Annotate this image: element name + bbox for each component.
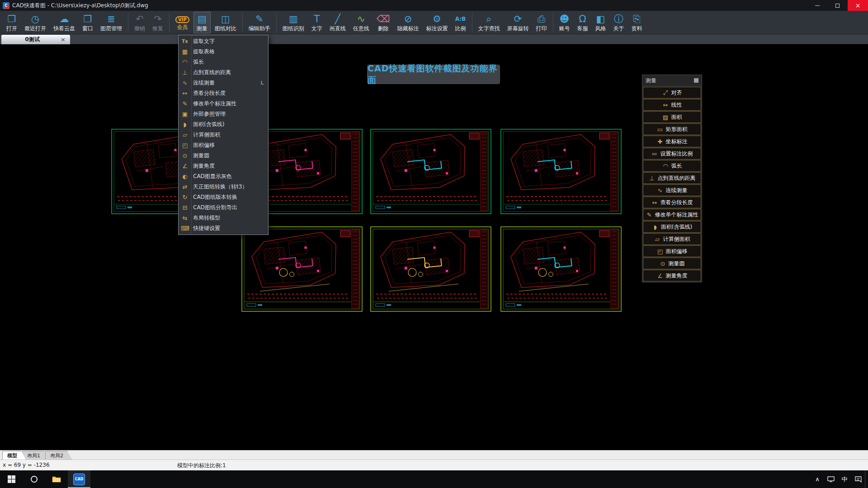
menu-item-arc-length[interactable]: ◠弧长 [179, 57, 268, 67]
toolbar-button-about[interactable]: ⓘ关于 [610, 12, 627, 33]
toolbar-button-free-line[interactable]: ∿任意线 [350, 12, 373, 33]
annotation-settings-icon: ⚙ [433, 13, 441, 25]
menu-item-shortcut-settings[interactable]: ⌨快捷键设置 [179, 223, 268, 234]
toolbar-button-material[interactable]: ⎘资料 [628, 12, 646, 33]
toolbar-button-open[interactable]: ❐打开 [3, 12, 20, 33]
menu-item-continuous-measure[interactable]: ∿连续测量L [179, 78, 268, 88]
cad-drawing-3[interactable] [370, 128, 492, 215]
menu-item-extract-table[interactable]: ▦提取表格 [179, 47, 268, 57]
panel-item-point-to-line-distance[interactable]: ⊥点到直线的距离 [643, 172, 701, 184]
side-panel-collapse-button[interactable] [694, 78, 698, 83]
panel-item-align[interactable]: ⤢对齐 [643, 87, 701, 99]
screen-rotate-icon: ⟳ [514, 13, 522, 25]
sheet-tab-layout2[interactable]: 布局2 [45, 451, 72, 460]
arc-length-icon: ◠ [662, 163, 669, 169]
menu-item-cad-gray-display[interactable]: ◐CAD图显示灰色 [179, 171, 268, 182]
panel-item-continuous-measure[interactable]: ∿连续测量 [643, 184, 701, 196]
menu-item-measure-angle[interactable]: ∠测量角度 [179, 161, 268, 171]
panel-item-label: 测量圆 [669, 260, 685, 267]
redo-icon: ↷ [154, 13, 162, 25]
search-button[interactable] [23, 470, 45, 488]
menu-item-area-offset[interactable]: ◰面积偏移 [179, 140, 268, 150]
menu-item-tianzheng-convert[interactable]: ⇄天正图纸转换（转t3） [179, 182, 268, 192]
toolbar-button-text[interactable]: T文字 [308, 12, 326, 33]
toolbar-button-redo[interactable]: ↷恢复 [149, 12, 166, 33]
toolbar-button-cloud-disk[interactable]: ☁快看云盘 [50, 12, 78, 33]
external-reference-manager-icon: ▣ [181, 111, 189, 117]
toolbar-button-annotation-settings[interactable]: ⚙标注设置 [423, 12, 451, 33]
draw-line-icon: ╱ [335, 13, 340, 25]
panel-item-arc-length[interactable]: ◠弧长 [643, 160, 701, 172]
toolbar-button-recent-open[interactable]: ◷最近打开 [21, 12, 49, 33]
menu-item-cad-version-convert[interactable]: ↻CAD图纸版本转换 [179, 192, 268, 202]
close-button[interactable]: × [848, 0, 868, 11]
toolbar-button-window[interactable]: ❒窗口 [79, 12, 96, 33]
network-display-tray-icon[interactable] [824, 470, 838, 488]
document-tab[interactable]: 0测试 × [1, 35, 70, 44]
menu-item-area-with-arc[interactable]: ◗面积(含弧线) [179, 119, 268, 130]
cad-app-taskbar-button[interactable]: CAD [68, 470, 90, 488]
minimize-button[interactable] [807, 0, 827, 11]
cad-drawing-4[interactable] [500, 128, 622, 215]
panel-item-rect-area[interactable]: ▭矩形面积 [643, 123, 701, 135]
cad-drawing-7[interactable] [500, 226, 622, 312]
toolbar-button-style[interactable]: ◧风格 [592, 12, 609, 33]
toolbar-button-customer-service[interactable]: Ω客服 [574, 12, 591, 33]
toolbar-button-print[interactable]: ⎙打印 [533, 12, 550, 33]
status-bar: x = 69 y = -1236 模型中的标注比例:1 [0, 460, 868, 470]
toolbar-button-vip[interactable]: VIP会员 [172, 12, 193, 33]
toolbar-button-scale[interactable]: A:B比例 [452, 12, 469, 33]
show-desktop-button[interactable] [865, 470, 868, 488]
toolbar-button-screen-rotate[interactable]: ⟳屏幕旋转 [504, 12, 532, 33]
toolbar-button-measure[interactable]: ▤测量 [193, 12, 211, 33]
panel-item-area-with-arc[interactable]: ◗面积(含弧线) [643, 221, 701, 233]
menu-item-point-to-line-distance[interactable]: ⊥点到直线的距离 [179, 67, 268, 78]
area-icon: ▨ [662, 114, 669, 121]
tray-expand-button[interactable]: ∧ [811, 470, 824, 488]
file-explorer-button[interactable] [45, 470, 68, 488]
panel-item-area-offset[interactable]: ◰面积偏移 [643, 245, 701, 257]
menu-item-modify-single-annotation[interactable]: ✎修改单个标注属性 [179, 99, 268, 109]
menu-item-label: 提取表格 [193, 48, 215, 56]
toolbar-button-edit-assistant[interactable]: ✎编辑助手 [245, 12, 274, 33]
toolbar-button-drawing-compare[interactable]: ◫图纸对比 [212, 12, 240, 33]
toolbar-button-delete[interactable]: ⌫删除 [373, 12, 393, 33]
start-button[interactable] [0, 470, 23, 488]
panel-item-measure-circle[interactable]: ⊙测量圆 [643, 258, 701, 269]
panel-item-modify-single-annotation[interactable]: ✎修改单个标注属性 [643, 209, 701, 221]
menu-item-external-reference-manager[interactable]: ▣外部参照管理 [179, 109, 268, 119]
drawing-canvas[interactable]: CAD快速看图软件截图及功能界面 测量 ⤢对齐↔线性▨面积▭矩形面积✚坐标标注≔… [0, 44, 868, 450]
menu-item-side-area[interactable]: ▱计算侧面积 [179, 130, 268, 140]
toolbar-button-account[interactable]: ☻账号 [556, 12, 573, 33]
menu-item-measure-circle[interactable]: ⊙测量圆 [179, 150, 268, 161]
toolbar-button-hide-annotation[interactable]: ⊘隐藏标注 [394, 12, 422, 33]
toolbar-button-drawing-recognize[interactable]: ▥图纸识别 [279, 12, 307, 33]
menu-item-label: 面积(含弧线) [193, 121, 224, 128]
ime-language-indicator[interactable]: 中 [838, 470, 851, 488]
menu-item-extract-text[interactable]: Tx提取文字 [179, 36, 268, 47]
sheet-tab-layout1[interactable]: 布局1 [22, 451, 49, 460]
tab-close-icon[interactable]: × [60, 36, 66, 43]
cad-drawing-6[interactable] [370, 226, 492, 312]
toolbar-button-find-text[interactable]: ⌕文字查找 [475, 12, 503, 33]
menu-item-view-segment-length[interactable]: ↔查看分段长度 [179, 88, 268, 99]
menu-item-layout-to-model[interactable]: ⇆布局转模型 [179, 213, 268, 223]
cad-drawing-5[interactable] [241, 226, 363, 312]
view-segment-length-icon: ↔ [181, 90, 189, 97]
panel-item-coordinate-annotation[interactable]: ✚坐标标注 [643, 136, 701, 147]
maximize-button[interactable] [827, 0, 848, 11]
app-icon: C [3, 2, 9, 9]
hide-annotation-icon: ⊘ [404, 13, 412, 25]
notification-center-button[interactable] [851, 470, 865, 488]
toolbar-button-undo[interactable]: ↶撤销 [131, 12, 148, 33]
panel-item-area[interactable]: ▨面积 [643, 111, 701, 123]
panel-item-linear[interactable]: ↔线性 [643, 99, 701, 111]
point-to-line-distance-icon: ⊥ [649, 175, 656, 182]
panel-item-side-area[interactable]: ▱计算侧面积 [643, 233, 701, 245]
panel-item-set-annotation-scale[interactable]: ≔设置标注比例 [643, 148, 701, 160]
toolbar-button-layer-manager[interactable]: ≣图层管理 [97, 12, 125, 33]
panel-item-measure-angle[interactable]: ∠测量角度 [643, 270, 701, 282]
menu-item-cad-split-export[interactable]: ⊟CAD图纸分割导出 [179, 202, 268, 213]
toolbar-button-draw-line[interactable]: ╱画直线 [326, 12, 349, 33]
panel-item-view-segment-length[interactable]: ↔查看分段长度 [643, 197, 701, 208]
